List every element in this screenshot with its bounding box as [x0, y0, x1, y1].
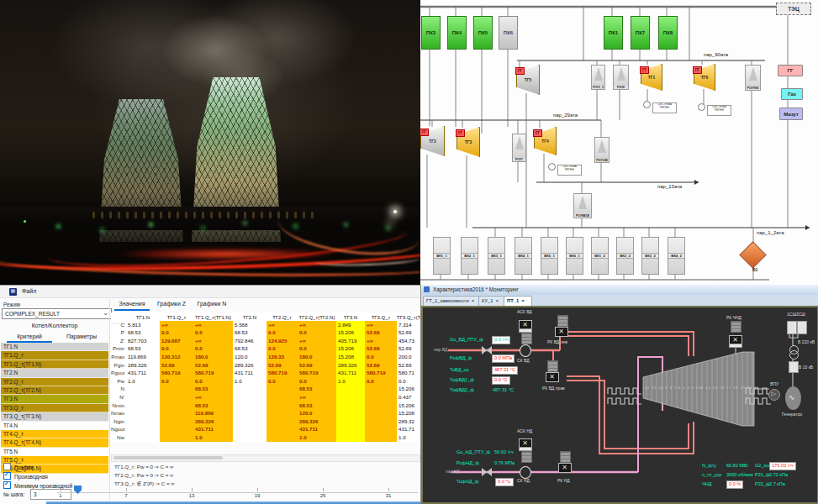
cell[interactable]	[365, 417, 397, 426]
cell[interactable]: 0.0	[160, 377, 193, 386]
cell[interactable]: 0.0	[160, 328, 193, 337]
cell[interactable]: 0.0	[365, 353, 397, 361]
cell[interactable]: 180.0	[298, 353, 336, 361]
vk-ВК3_1[interactable]: ВК3_1	[488, 237, 505, 275]
scroll-thumb[interactable]	[113, 456, 223, 459]
cell[interactable]: 15.206	[397, 402, 420, 410]
cell[interactable]	[233, 393, 267, 402]
mode-combobox[interactable]: COPMPLEX_RESULT	[2, 308, 112, 319]
vk-ВК3_2[interactable]: ВК3_2	[641, 237, 659, 275]
tree-item-ТГ2.Q_т[interactable]: ТГ2.Q_т	[1, 378, 108, 386]
cell[interactable]	[336, 417, 365, 426]
rou-РОУ12В[interactable]: РОУ12В	[594, 137, 610, 163]
cell[interactable]: 52.69	[397, 344, 420, 353]
cell[interactable]	[160, 425, 193, 433]
cell[interactable]	[336, 402, 365, 410]
rou-РОУ9В1В[interactable]: РОУ9В1В	[573, 193, 592, 218]
cell[interactable]	[233, 402, 267, 410]
cell[interactable]: 0.0	[298, 344, 336, 353]
cell[interactable]	[126, 433, 160, 442]
cell[interactable]: 68.53	[126, 344, 160, 353]
table-h-scrollbar[interactable]	[111, 454, 420, 462]
tree-item-ТГ4.Q_т[interactable]: ТГ4.Q_т	[1, 430, 108, 438]
generator-icon[interactable]	[785, 386, 801, 410]
cell[interactable]: 0.0	[397, 377, 420, 386]
cell[interactable]	[160, 417, 193, 426]
cell[interactable]	[365, 433, 397, 442]
checkbox-box[interactable]	[3, 472, 11, 480]
cell[interactable]	[267, 409, 298, 417]
cell[interactable]: 120.0	[298, 409, 336, 417]
cell[interactable]	[336, 433, 365, 442]
cell[interactable]: 0.0	[193, 344, 233, 353]
cell[interactable]: 52.69	[298, 361, 336, 370]
boiler-ПК6[interactable]: ПК6	[499, 16, 518, 50]
cell[interactable]	[336, 409, 365, 417]
cell[interactable]	[365, 409, 397, 417]
cell[interactable]: 1.0	[298, 433, 336, 442]
cell[interactable]: 405.719	[336, 337, 365, 345]
cell[interactable]: 52.69	[365, 361, 397, 370]
cell[interactable]	[126, 385, 160, 393]
cell[interactable]: 431.711	[336, 369, 365, 377]
cell[interactable]: 15.206	[336, 328, 365, 337]
cell[interactable]: 0.0	[193, 377, 233, 386]
menu-file[interactable]: Файл	[22, 288, 36, 294]
checkbox-Производная[interactable]: Производная	[3, 472, 48, 480]
cell[interactable]: 68.53	[233, 344, 267, 353]
cell[interactable]: +∞	[298, 393, 336, 402]
boiler-ПК1[interactable]: ПК1	[604, 16, 623, 50]
cell[interactable]: +∞	[298, 321, 336, 329]
cell[interactable]: 52.69	[397, 328, 420, 337]
vk-ВК1_2[interactable]: ВК1_2	[591, 237, 609, 275]
cell[interactable]	[160, 433, 193, 442]
cell[interactable]	[365, 385, 397, 393]
rk-vd-right-valve-icon[interactable]	[546, 372, 559, 382]
cell[interactable]: 52.69	[193, 361, 233, 370]
checkbox-box[interactable]	[3, 463, 11, 470]
vk-ВК5_1[interactable]: ВК5_1	[541, 237, 558, 275]
cell[interactable]	[160, 385, 193, 393]
tree-item-ТГ3.Q_т(ТГ3.N)[interactable]: ТГ3.Q_т(ТГ3.N)	[1, 412, 108, 421]
cell[interactable]: 0.0	[160, 344, 193, 353]
cell[interactable]	[126, 393, 160, 402]
cell[interactable]: 580.719	[267, 369, 298, 377]
tree-item-ТГ3.Q_т[interactable]: ТГ3.Q_т	[1, 404, 108, 412]
cell[interactable]: 0.0	[298, 328, 336, 337]
cell[interactable]: 68.53	[298, 385, 336, 393]
cell[interactable]: 68.53	[193, 385, 233, 393]
cell[interactable]: 0.0	[267, 377, 298, 386]
cell[interactable]	[267, 402, 298, 410]
cell[interactable]: 15.206	[397, 385, 420, 393]
rk-vd-left-valve-icon[interactable]	[555, 327, 568, 337]
cell[interactable]: 2.849	[336, 321, 365, 329]
boiler-ПК4[interactable]: ПК4	[447, 16, 467, 50]
tree-item-ТГ2.Q_т(ТГ2.N)[interactable]: ТГ2.Q_т(ТГ2.N)	[1, 386, 108, 395]
vk-ВК1_1[interactable]: ВК1_1	[433, 237, 451, 275]
cell[interactable]: 1.0	[193, 433, 233, 442]
cell[interactable]: 119.869	[126, 353, 160, 361]
cell[interactable]: 68.53	[298, 402, 336, 410]
tree-item-ТГ3.N[interactable]: ТГ3.N	[1, 395, 108, 403]
cell[interactable]: 52.69	[160, 361, 193, 370]
tab-Графики N[interactable]: Графики N	[193, 299, 230, 309]
cell[interactable]: 289.326	[126, 361, 160, 370]
cell[interactable]: 0.437	[397, 393, 420, 402]
cell[interactable]: 431.711	[233, 369, 267, 377]
cell[interactable]: 124.925	[267, 337, 298, 345]
cell[interactable]: 1.0	[126, 377, 160, 386]
cell[interactable]: 5.813	[126, 321, 160, 329]
tree-item-ТГ1.Q_т(ТГ1.N)[interactable]: ТГ1.Q_т(ТГ1.N)	[1, 360, 108, 369]
checkbox-box[interactable]	[3, 481, 11, 489]
cell[interactable]: 0.0	[365, 377, 397, 386]
cell[interactable]	[267, 425, 298, 433]
step-slider-track[interactable]	[57, 492, 418, 493]
cell[interactable]: 15.208	[397, 409, 420, 417]
cell[interactable]: 827.703	[126, 337, 160, 345]
cell[interactable]: 289.326	[233, 361, 267, 370]
cell[interactable]	[233, 433, 267, 442]
cell[interactable]: 289.326	[336, 361, 365, 370]
cell[interactable]	[126, 425, 160, 433]
step-number-input[interactable]: 3	[30, 489, 71, 500]
vk-ВК2_1[interactable]: ВК2_1	[461, 237, 478, 275]
